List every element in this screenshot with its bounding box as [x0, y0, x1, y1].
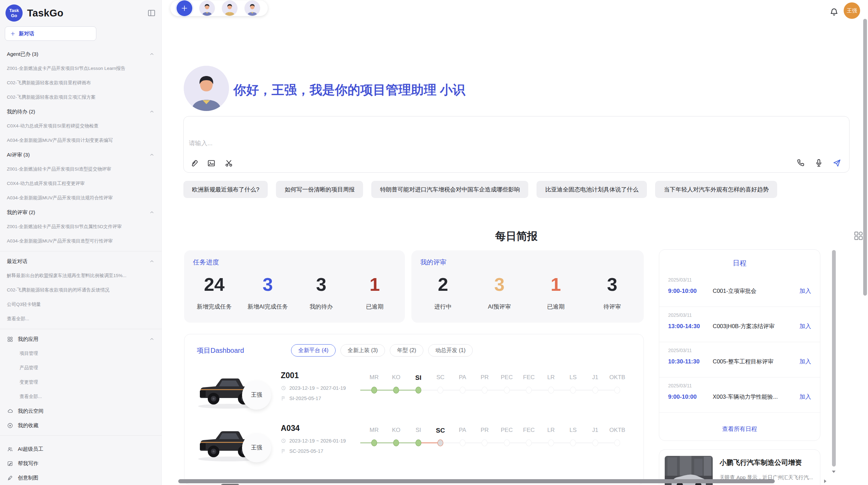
suggestion-chip[interactable]: 比亚迪全固态电池计划具体说了什么	[537, 181, 647, 198]
assistant-avatar	[184, 66, 229, 111]
sidebar-task-item[interactable]: Z001-全新燃油皮卡产品开发项目SI节点Lesson Learn报告	[0, 61, 161, 76]
milestone-dot	[437, 439, 443, 446]
milestone-dot	[504, 387, 510, 394]
milestone: SC	[430, 366, 452, 394]
milestone-dot	[460, 439, 466, 446]
sidebar-item-cloud[interactable]: 我的云空间	[0, 404, 161, 418]
schedule-join-link[interactable]: 加入	[799, 393, 811, 401]
sidebar-divider	[0, 251, 161, 251]
suggestion-chip[interactable]: 如何写一份清晰的项目周报	[276, 181, 363, 198]
new-chat-button[interactable]: 新对话	[5, 26, 96, 41]
schedule-join-link[interactable]: 加入	[799, 322, 811, 330]
horizontal-scrollbar[interactable]	[178, 479, 775, 483]
sidebar-section-header[interactable]: 我的待办 (2)	[0, 104, 161, 119]
briefing-title: 每日简报	[183, 229, 849, 244]
milestone-dot	[548, 439, 554, 446]
agent-avatar-2[interactable]	[222, 0, 238, 16]
layout-grid-icon[interactable]	[853, 231, 864, 241]
flag-icon	[281, 448, 286, 454]
task-progress-card: 任务进度24新增完成任务3新增AI完成任务3我的待办1已逾期	[184, 250, 405, 323]
image-icon[interactable]	[207, 159, 216, 168]
content-vertical-scrollbar[interactable]	[832, 250, 836, 467]
sidebar-task-item[interactable]: A034-全新新能源MUV产品开发项目计划变更表编写	[0, 133, 161, 148]
stat-value: 3	[607, 275, 617, 294]
project-row[interactable]: 王强Z0012023-12-19 ~ 2027-01-19SI-2025-05-…	[184, 366, 643, 419]
chevron-up-icon	[149, 152, 155, 158]
schedule-join-link[interactable]: 加入	[799, 358, 811, 365]
notification-bell-icon[interactable]	[829, 7, 839, 17]
scroll-down-arrow-icon[interactable]	[831, 469, 837, 475]
input-toolbar-right	[796, 158, 842, 168]
sidebar-section-header[interactable]: AI评审 (3)	[0, 148, 161, 162]
dashboard-tab[interactable]: 动总开发 (1)	[428, 344, 473, 357]
sidebar-task-item[interactable]: A034-全新新能源MUV产品开发项目造型可行性评审	[0, 234, 161, 248]
sidebar-item-star-circle[interactable]: 我的收藏	[0, 418, 161, 433]
page-vertical-scrollbar[interactable]	[863, 19, 867, 296]
sidebar-app-subitem[interactable]: 产品管理	[0, 361, 161, 375]
sidebar-tool-people[interactable]: AI超级员工	[0, 442, 161, 456]
sidebar-app-subitem[interactable]: 查看全部...	[0, 389, 161, 404]
sidebar-task-item[interactable]: C0X4-动力总成开发项目工程变更评审	[0, 176, 161, 191]
sidebar-app-subitem[interactable]: 变更管理	[0, 375, 161, 389]
schedule-join-link[interactable]: 加入	[799, 287, 811, 295]
sidebar-task-item[interactable]: Z001-全新燃油轻卡产品开发项目SI节点属性5D文件评审	[0, 220, 161, 234]
schedule-view-all-link[interactable]: 查看所有日程	[659, 425, 820, 433]
dashboard-tab[interactable]: 全新上装 (3)	[340, 344, 385, 357]
scroll-right-arrow-icon[interactable]	[822, 478, 828, 484]
sidebar-item-my-apps[interactable]: 我的应用	[0, 332, 161, 346]
suggestion-chip[interactable]: 特朗普可能对进口汽车增税会对中国车企造成哪些影响	[371, 181, 528, 198]
sidebar-task-item[interactable]: C02-飞腾新能源轻客改款项目里程碑画布	[0, 76, 161, 90]
milestone-connector	[551, 390, 573, 390]
sidebar-task-item[interactable]: C02-飞腾新能源轻客改款项目立项汇报方案	[0, 90, 161, 104]
sidebar-task-item[interactable]: C0X4-动力总成开发项目SI里程碑提交物检查	[0, 119, 161, 133]
schedule-name: C005-整车工程目标评审	[713, 358, 799, 365]
add-agent-button[interactable]	[177, 0, 192, 16]
sidebar-recent-item[interactable]: 解释最新出台的欧盟报废车法规再生塑料比例被调至15%...	[0, 269, 161, 283]
clock-icon	[281, 438, 286, 444]
user-avatar[interactable]: 王强	[844, 2, 860, 19]
milestone-label: J1	[584, 374, 606, 382]
sidebar-tool-write[interactable]: 帮我写作	[0, 456, 161, 471]
sidebar-task-item[interactable]: Z001-全新燃油轻卡产品开发项目SI造型提交物评审	[0, 162, 161, 176]
scissors-icon[interactable]	[224, 159, 233, 168]
dashboard-tab[interactable]: 全新平台 (4)	[291, 344, 336, 357]
sidebar-tool-pen[interactable]: 创意制图	[0, 471, 161, 485]
milestone-connector	[485, 443, 507, 443]
suggestion-chip[interactable]: 欧洲新规最近颁布了什么?	[183, 181, 268, 198]
people-icon	[7, 446, 13, 452]
project-row[interactable]: 王强A0342023-12-19 ~ 2026-01-19SC-2025-05-…	[184, 419, 643, 472]
sidebar-recent-item[interactable]: C02-飞腾新能源轻客改款项目的闭环通告反馈情况	[0, 283, 161, 297]
agent-avatar-1[interactable]	[199, 0, 215, 16]
stat-item: 3AI预评审	[471, 272, 528, 318]
sidebar-content: Agent已办 (3)Z001-全新燃油皮卡产品开发项目SI节点Lesson L…	[0, 41, 161, 485]
sidebar-item-label: 我的云空间	[18, 408, 44, 414]
mic-icon[interactable]	[814, 158, 823, 168]
stat-label: AI预评审	[488, 303, 511, 311]
panel-toggle-icon[interactable]	[147, 9, 156, 17]
chat-input[interactable]: 请输入...	[183, 116, 849, 173]
sidebar-section-header[interactable]: Agent已办 (3)	[0, 47, 161, 61]
sidebar-recent-item[interactable]: 公司Q3轻卡销量	[0, 297, 161, 312]
milestone-dot	[460, 387, 466, 394]
milestone-dot	[482, 387, 487, 394]
suggestion-chip[interactable]: 当下年轻人对汽车外观有怎样的喜好趋势	[655, 181, 777, 198]
sidebar-section-title: 我的待办 (2)	[7, 109, 35, 115]
milestone-label: MR	[363, 374, 385, 382]
sidebar-section-header[interactable]: 我的评审 (2)	[0, 205, 161, 220]
project-flag-label: SC-2025-05-17	[289, 448, 323, 454]
sidebar-recent-item[interactable]: 查看全部...	[0, 312, 161, 326]
sidebar-app-subitem[interactable]: 项目管理	[0, 346, 161, 361]
paperclip-icon[interactable]	[189, 159, 198, 168]
sidebar-task-item[interactable]: A034-全新新能源MUV产品开发项目法规符合性评审	[0, 191, 161, 205]
milestone: FEC	[518, 419, 540, 446]
phone-icon[interactable]	[796, 158, 806, 168]
stat-row: 24新增完成任务3新增AI完成任务3我的待办1已逾期	[188, 272, 401, 318]
dashboard-tab[interactable]: 年型 (2)	[390, 344, 423, 357]
milestone-connector	[396, 390, 419, 390]
sidebar-divider	[0, 435, 161, 436]
send-icon[interactable]	[832, 158, 842, 168]
write-icon	[7, 460, 13, 467]
agent-avatar-3[interactable]	[244, 0, 260, 16]
milestone: LS	[562, 366, 584, 394]
sidebar-recent-header[interactable]: 最近对话	[0, 254, 161, 269]
